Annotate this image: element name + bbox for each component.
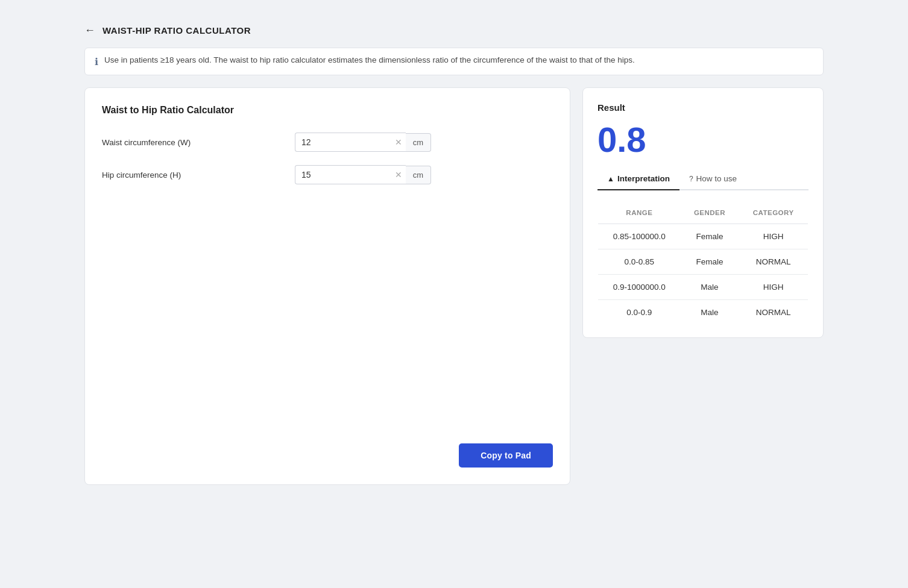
hip-field-row: Hip circumference (H) ✕ cm (102, 165, 553, 184)
waist-unit: cm (406, 133, 431, 152)
copy-to-pad-button[interactable]: Copy to Pad (459, 443, 553, 468)
col-range: RANGE (598, 202, 681, 224)
table-header-row: RANGE GENDER CATEGORY (598, 202, 809, 224)
result-card: Result 0.8 ▲ Interpretation ? How to use… (582, 87, 824, 338)
hip-clear-button[interactable]: ✕ (391, 165, 406, 184)
table-row: 0.9-1000000.0MaleHIGH (598, 275, 809, 300)
main-layout: Waist to Hip Ratio Calculator Waist circ… (84, 87, 824, 485)
cell-range: 0.0-0.85 (598, 249, 681, 275)
waist-input-wrap: ✕ cm (295, 133, 431, 152)
cell-category: NORMAL (739, 249, 808, 275)
cell-category: HIGH (739, 224, 808, 249)
cell-range: 0.85-100000.0 (598, 224, 681, 249)
info-banner: ℹ Use in patients ≥18 years old. The wai… (84, 48, 824, 75)
cell-range: 0.0-0.9 (598, 300, 681, 325)
waist-input[interactable] (295, 133, 391, 152)
cell-category: NORMAL (739, 300, 808, 325)
col-gender: GENDER (681, 202, 739, 224)
tab-how-to-use-label: How to use (696, 174, 737, 183)
interpretation-table: RANGE GENDER CATEGORY 0.85-100000.0Femal… (597, 201, 809, 325)
table-row: 0.85-100000.0FemaleHIGH (598, 224, 809, 249)
cell-gender: Female (681, 249, 739, 275)
page-header: ← WAIST-HIP RATIO CALCULATOR (84, 24, 824, 37)
result-value: 0.8 (597, 122, 809, 157)
table-row: 0.0-0.85FemaleNORMAL (598, 249, 809, 275)
result-label: Result (597, 102, 809, 113)
waist-label: Waist circumference (W) (102, 138, 295, 147)
table-row: 0.0-0.9MaleNORMAL (598, 300, 809, 325)
page-title: WAIST-HIP RATIO CALCULATOR (102, 25, 251, 36)
copy-button-wrap: Copy to Pad (459, 443, 553, 468)
cell-gender: Male (681, 275, 739, 300)
tabs-row: ▲ Interpretation ? How to use (597, 169, 809, 190)
hip-label: Hip circumference (H) (102, 170, 295, 180)
calculator-card: Waist to Hip Ratio Calculator Waist circ… (84, 87, 570, 485)
waist-field-row: Waist circumference (W) ✕ cm (102, 133, 553, 152)
col-category: CATEGORY (739, 202, 808, 224)
calculator-title: Waist to Hip Ratio Calculator (102, 105, 553, 116)
waist-clear-button[interactable]: ✕ (391, 133, 406, 152)
cell-gender: Male (681, 300, 739, 325)
tab-interpretation-label: Interpretation (617, 174, 670, 183)
interpretation-icon: ▲ (607, 175, 614, 183)
cell-category: HIGH (739, 275, 808, 300)
hip-input-wrap: ✕ cm (295, 165, 431, 184)
cell-gender: Female (681, 224, 739, 249)
info-icon: ℹ (95, 56, 98, 67)
cell-range: 0.9-1000000.0 (598, 275, 681, 300)
hip-unit: cm (406, 166, 431, 184)
info-text: Use in patients ≥18 years old. The waist… (104, 55, 635, 64)
hip-input[interactable] (295, 165, 391, 184)
how-to-use-icon: ? (689, 175, 693, 183)
tab-how-to-use[interactable]: ? How to use (679, 169, 746, 190)
tab-interpretation[interactable]: ▲ Interpretation (597, 169, 679, 190)
back-button[interactable]: ← (84, 24, 95, 37)
